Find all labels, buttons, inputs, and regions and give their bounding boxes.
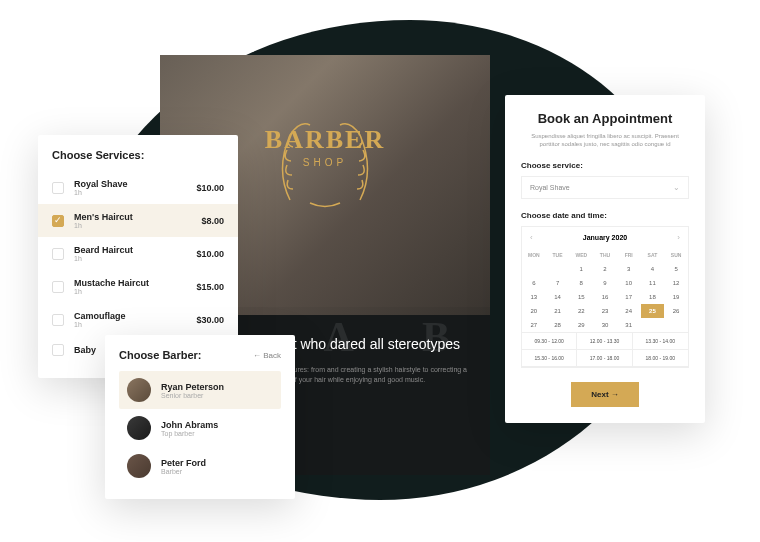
service-select[interactable]: Royal Shave ⌄ — [521, 176, 689, 199]
service-checkbox[interactable] — [52, 248, 64, 260]
calendar-dow: THU — [593, 248, 617, 262]
calendar-day[interactable]: 23 — [593, 304, 617, 318]
barber-row[interactable]: Ryan PetersonSenior barber — [119, 371, 281, 409]
calendar-day[interactable]: 24 — [617, 304, 641, 318]
service-row[interactable]: Men's Haircut1h$8.00 — [38, 204, 238, 237]
calendar-day[interactable]: 27 — [522, 318, 546, 332]
service-name: Mustache Haircut — [74, 278, 196, 288]
service-name: Men's Haircut — [74, 212, 201, 222]
time-slot[interactable]: 15.30 - 16.00 — [522, 350, 577, 367]
logo: BARBER SHOP — [265, 125, 385, 168]
service-row[interactable]: Royal Shave1h$10.00 — [38, 171, 238, 204]
calendar-day[interactable]: 12 — [664, 276, 688, 290]
calendar-dow: TUE — [546, 248, 570, 262]
service-checkbox[interactable] — [52, 215, 64, 227]
calendar-day[interactable]: 6 — [522, 276, 546, 290]
time-slot[interactable]: 13.30 - 14.00 — [633, 333, 688, 350]
booking-card: Book an Appointment Suspendisse aliquet … — [505, 95, 705, 423]
logo-main: BARBER — [265, 125, 385, 155]
service-price: $10.00 — [196, 183, 224, 193]
calendar-day[interactable]: 19 — [664, 290, 688, 304]
calendar-day[interactable]: 20 — [522, 304, 546, 318]
barbers-card: Choose Barber: ← Back Ryan PetersonSenio… — [105, 335, 295, 499]
service-row[interactable]: Mustache Haircut1h$15.00 — [38, 270, 238, 303]
calendar-day[interactable]: 26 — [664, 304, 688, 318]
calendar-day[interactable]: 1 — [569, 262, 593, 276]
service-duration: 1h — [74, 189, 196, 196]
avatar — [127, 416, 151, 440]
calendar-day-blank — [522, 262, 546, 276]
calendar: ‹ January 2020 › MONTUEWEDTHUFRISATSUN12… — [521, 226, 689, 368]
booking-description: Suspendisse aliquet fringilla libero ac … — [521, 132, 689, 149]
calendar-day[interactable]: 11 — [641, 276, 665, 290]
calendar-day[interactable]: 9 — [593, 276, 617, 290]
service-duration: 1h — [74, 222, 201, 229]
calendar-prev-button[interactable]: ‹ — [530, 233, 533, 242]
avatar — [127, 378, 151, 402]
service-price: $15.00 — [196, 282, 224, 292]
calendar-day[interactable]: 18 — [641, 290, 665, 304]
service-price: $30.00 — [196, 315, 224, 325]
calendar-day[interactable]: 31 — [617, 318, 641, 332]
calendar-dow: SAT — [641, 248, 665, 262]
barber-name: Peter Ford — [161, 458, 206, 468]
service-checkbox[interactable] — [52, 182, 64, 194]
back-button[interactable]: ← Back — [253, 351, 281, 360]
calendar-day[interactable]: 10 — [617, 276, 641, 290]
time-slot[interactable]: 18.00 - 19.00 — [633, 350, 688, 367]
calendar-day[interactable]: 22 — [569, 304, 593, 318]
calendar-day[interactable]: 8 — [569, 276, 593, 290]
booking-title: Book an Appointment — [521, 111, 689, 126]
services-title: Choose Services: — [38, 149, 238, 171]
service-row[interactable]: Beard Haircut1h$10.00 — [38, 237, 238, 270]
barber-row[interactable]: John AbramsTop barber — [119, 409, 281, 447]
barber-role: Barber — [161, 468, 206, 475]
calendar-day[interactable]: 29 — [569, 318, 593, 332]
calendar-day[interactable]: 15 — [569, 290, 593, 304]
next-button[interactable]: Next → — [571, 382, 639, 407]
service-duration: 1h — [74, 255, 196, 262]
service-duration: 1h — [74, 321, 196, 328]
calendar-day[interactable]: 13 — [522, 290, 546, 304]
datetime-label: Choose date and time: — [521, 211, 689, 220]
service-name: Beard Haircut — [74, 245, 196, 255]
service-checkbox[interactable] — [52, 344, 64, 356]
calendar-day[interactable]: 4 — [641, 262, 665, 276]
service-checkbox[interactable] — [52, 314, 64, 326]
calendar-day[interactable]: 14 — [546, 290, 570, 304]
calendar-dow: MON — [522, 248, 546, 262]
calendar-day[interactable]: 7 — [546, 276, 570, 290]
barber-role: Top barber — [161, 430, 218, 437]
calendar-next-button[interactable]: › — [677, 233, 680, 242]
calendar-day[interactable]: 21 — [546, 304, 570, 318]
service-row[interactable]: Camouflage1h$30.00 — [38, 303, 238, 336]
logo-sub: SHOP — [265, 157, 385, 168]
barbers-title: Choose Barber: — [119, 349, 202, 361]
service-select-label: Choose service: — [521, 161, 689, 170]
time-slot[interactable]: 17.00 - 18.00 — [577, 350, 632, 367]
barber-row[interactable]: Peter FordBarber — [119, 447, 281, 485]
calendar-day[interactable]: 28 — [546, 318, 570, 332]
calendar-day[interactable]: 25 — [641, 304, 665, 318]
calendar-day[interactable]: 5 — [664, 262, 688, 276]
calendar-day[interactable]: 30 — [593, 318, 617, 332]
calendar-day[interactable]: 17 — [617, 290, 641, 304]
time-slot[interactable]: 12.00 - 13.30 — [577, 333, 632, 350]
calendar-dow: WED — [569, 248, 593, 262]
barber-name: Ryan Peterson — [161, 382, 224, 392]
service-price: $8.00 — [201, 216, 224, 226]
calendar-day[interactable]: 3 — [617, 262, 641, 276]
calendar-day[interactable]: 16 — [593, 290, 617, 304]
service-name: Royal Shave — [74, 179, 196, 189]
service-price: $10.00 — [196, 249, 224, 259]
calendar-dow: FRI — [617, 248, 641, 262]
service-select-value: Royal Shave — [530, 184, 570, 191]
time-slot[interactable]: 09.30 - 12.00 — [522, 333, 577, 350]
calendar-day-blank — [546, 262, 570, 276]
barber-role: Senior barber — [161, 392, 224, 399]
calendar-day[interactable]: 2 — [593, 262, 617, 276]
chevron-down-icon: ⌄ — [673, 183, 680, 192]
barber-name: John Abrams — [161, 420, 218, 430]
service-name: Camouflage — [74, 311, 196, 321]
service-checkbox[interactable] — [52, 281, 64, 293]
